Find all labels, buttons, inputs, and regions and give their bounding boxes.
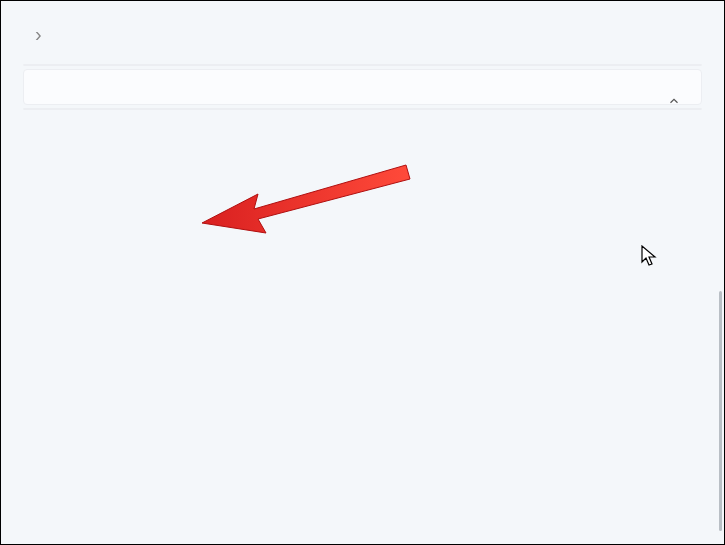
annotation-arrow <box>196 159 416 243</box>
scrollbar[interactable] <box>719 291 722 531</box>
section-taskbar-corner-overflow[interactable] <box>23 69 702 105</box>
cursor-icon <box>641 245 659 271</box>
chevron-right-icon: › <box>35 23 42 46</box>
breadcrumb: › <box>23 23 702 46</box>
chevron-up-icon[interactable] <box>663 88 685 118</box>
